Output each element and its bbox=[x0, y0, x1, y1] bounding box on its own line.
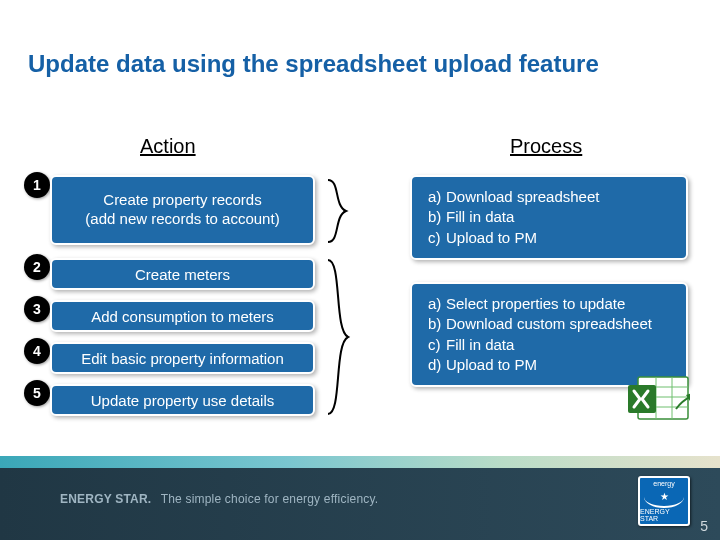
slide: Update data using the spreadsheet upload… bbox=[0, 0, 720, 540]
step-number-3: 3 bbox=[24, 296, 50, 322]
p2-a-val: Select properties to update bbox=[444, 294, 654, 314]
slide-title: Update data using the spreadsheet upload… bbox=[28, 50, 599, 78]
footer-brand: ENERGY STAR. bbox=[60, 492, 151, 506]
process-box-1: a)Download spreadsheet b)Fill in data c)… bbox=[410, 175, 688, 260]
p1-a-key: a) bbox=[426, 187, 444, 207]
excel-icon bbox=[626, 373, 690, 423]
action-1-line1: Create property records bbox=[103, 191, 261, 210]
p2-b-key: b) bbox=[426, 314, 444, 334]
action-block-2: Create meters bbox=[50, 258, 315, 290]
action-3-label: Add consumption to meters bbox=[91, 308, 274, 325]
p2-c-val: Fill in data bbox=[444, 335, 654, 355]
action-4-label: Edit basic property information bbox=[81, 350, 284, 367]
step-number-4: 4 bbox=[24, 338, 50, 364]
action-5-label: Update property use details bbox=[91, 392, 274, 409]
p2-d-val: Upload to PM bbox=[444, 355, 654, 375]
column-header-process: Process bbox=[510, 135, 582, 158]
action-1-line2: (add new records to account) bbox=[85, 210, 279, 229]
footer-text: ENERGY STAR. The simple choice for energ… bbox=[60, 492, 378, 506]
step-number-1: 1 bbox=[24, 172, 50, 198]
action-block-5: Update property use details bbox=[50, 384, 315, 416]
p2-a-key: a) bbox=[426, 294, 444, 314]
p1-b-val: Fill in data bbox=[444, 207, 601, 227]
footer-tagline: The simple choice for energy efficiency. bbox=[161, 492, 379, 506]
p1-c-key: c) bbox=[426, 228, 444, 248]
brace-1 bbox=[326, 178, 356, 244]
logo-top-text: energy bbox=[653, 480, 674, 487]
p2-c-key: c) bbox=[426, 335, 444, 355]
page-number: 5 bbox=[700, 518, 708, 534]
action-2-label: Create meters bbox=[135, 266, 230, 283]
logo-bottom-text: ENERGY STAR bbox=[640, 508, 688, 522]
action-block-1: Create property records (add new records… bbox=[50, 175, 315, 245]
brace-2 bbox=[326, 258, 356, 416]
step-number-5: 5 bbox=[24, 380, 50, 406]
p2-b-val: Download custom spreadsheet bbox=[444, 314, 654, 334]
p1-c-val: Upload to PM bbox=[444, 228, 601, 248]
column-header-action: Action bbox=[140, 135, 196, 158]
footer-gradient-band bbox=[0, 456, 720, 468]
step-number-2: 2 bbox=[24, 254, 50, 280]
action-block-3: Add consumption to meters bbox=[50, 300, 315, 332]
energy-star-logo: energy ENERGY STAR bbox=[638, 476, 690, 526]
process-box-2: a)Select properties to update b)Download… bbox=[410, 282, 688, 387]
action-block-4: Edit basic property information bbox=[50, 342, 315, 374]
p1-b-key: b) bbox=[426, 207, 444, 227]
p2-d-key: d) bbox=[426, 355, 444, 375]
p1-a-val: Download spreadsheet bbox=[444, 187, 601, 207]
